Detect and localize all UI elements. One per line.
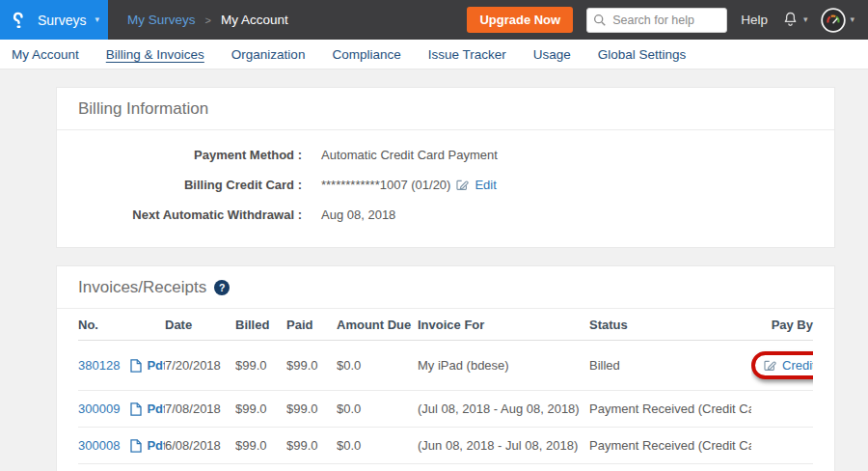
pdf-link[interactable]: Pdf (147, 358, 165, 373)
invoice-for: My iPad (bdese) (418, 341, 589, 391)
page-content: Billing Information Payment Method : Aut… (0, 69, 868, 471)
invoice-paid: $99.0 (286, 428, 337, 464)
invoice-status: Payment Received (Credit Card) (589, 428, 751, 464)
bell-icon (781, 11, 800, 29)
next-withdrawal-value: Aug 08, 2018 (321, 208, 395, 222)
table-row: 300008 Pdf 6/08/2018 $99.0 $99.0 $0.0 (J… (78, 428, 813, 464)
col-no: No. (78, 309, 165, 341)
tab-organization[interactable]: Organization (231, 47, 306, 62)
app-menu[interactable]: Surveys ▾ (0, 0, 108, 40)
col-billed: Billed (235, 309, 286, 341)
invoice-pay-by (751, 428, 813, 464)
pdf-file-icon[interactable] (130, 402, 142, 416)
invoice-date: 6/08/2018 (165, 428, 235, 464)
breadcrumb-current: My Account (221, 13, 288, 27)
invoice-number-link[interactable]: 380128 (78, 358, 120, 373)
col-invoice-for: Invoice For (418, 309, 589, 341)
table-header-row: No. Date Billed Paid Amount Due Invoice … (78, 309, 813, 341)
topbar-actions: Upgrade Now Help ▾ ▾ (467, 7, 868, 33)
breadcrumb-parent[interactable]: My Surveys (127, 13, 196, 27)
invoice-date: 7/08/2018 (165, 391, 235, 428)
invoices-receipts-card: Invoices/Receipts ? No. Date Billed Paid… (56, 265, 835, 471)
highlight-annotation: Credit Card (751, 351, 813, 379)
chevron-down-icon: ▾ (803, 15, 808, 24)
invoice-billed: $99.0 (235, 428, 286, 464)
avatar (821, 8, 846, 33)
edit-pencil-icon[interactable] (456, 179, 469, 191)
billing-credit-card-label: Billing Credit Card : (78, 178, 302, 192)
invoice-pay-by (751, 391, 813, 428)
billing-credit-card-row: Billing Credit Card : ************1007 (… (78, 178, 813, 192)
edit-credit-card-link[interactable]: Edit (475, 178, 496, 192)
search-input[interactable] (586, 8, 727, 33)
col-status: Status (589, 309, 751, 341)
col-date: Date (165, 309, 235, 341)
upgrade-now-button[interactable]: Upgrade Now (467, 7, 573, 33)
invoices-table: No. Date Billed Paid Amount Due Invoice … (78, 309, 813, 464)
questionpro-logo-icon (9, 10, 29, 30)
billing-information-header: Billing Information (57, 88, 834, 130)
tab-compliance[interactable]: Compliance (332, 47, 400, 62)
chevron-down-icon: ▾ (850, 15, 854, 24)
billing-credit-card-value: ************1007 (01/20) (321, 178, 450, 192)
tab-billing-invoices[interactable]: Billing & Invoices (106, 47, 204, 62)
search-icon (593, 14, 607, 27)
pay-by-credit-card-link[interactable]: Credit Card (782, 358, 813, 373)
invoice-date: 7/20/2018 (165, 341, 235, 391)
invoice-for: (Jun 08, 2018 - Jul 08, 2018) (418, 428, 589, 464)
col-pay-by: Pay By (751, 309, 813, 341)
col-amount-due: Amount Due (337, 309, 418, 341)
payment-method-value: Automatic Credit Card Payment (321, 148, 498, 162)
invoice-paid: $99.0 (286, 391, 337, 428)
next-withdrawal-row: Next Automatic Withdrawal : Aug 08, 2018 (78, 208, 813, 222)
account-nav: My Account Billing & Invoices Organizati… (0, 40, 868, 69)
invoice-number-link[interactable]: 300008 (78, 438, 120, 453)
invoice-status: Billed (589, 341, 751, 391)
chevron-down-icon: ▾ (95, 15, 100, 24)
invoice-amount-due: $0.0 (337, 428, 418, 464)
payment-method-label: Payment Method : (78, 148, 302, 162)
invoice-amount-due: $0.0 (337, 341, 418, 391)
tab-usage[interactable]: Usage (533, 47, 571, 62)
top-bar: Surveys ▾ My Surveys > My Account Upgrad… (0, 0, 868, 40)
notifications-menu[interactable]: ▾ (781, 11, 808, 29)
invoice-status: Payment Received (Credit Card) (589, 391, 751, 428)
tab-issue-tracker[interactable]: Issue Tracker (428, 47, 506, 62)
help-icon[interactable]: ? (214, 280, 230, 295)
billing-information-title: Billing Information (78, 99, 208, 119)
account-menu[interactable]: ▾ (821, 8, 854, 33)
pdf-link[interactable]: Pdf (147, 402, 165, 416)
breadcrumb-separator: > (205, 14, 211, 26)
col-paid: Paid (286, 309, 337, 341)
invoices-receipts-title: Invoices/Receipts (78, 278, 206, 297)
app-menu-label: Surveys (38, 13, 87, 28)
invoice-billed: $99.0 (235, 341, 286, 391)
invoice-billed: $99.0 (235, 391, 286, 428)
pdf-file-icon[interactable] (130, 359, 142, 373)
billing-information-body: Payment Method : Automatic Credit Card P… (57, 130, 834, 247)
tab-global-settings[interactable]: Global Settings (598, 47, 687, 62)
tab-my-account[interactable]: My Account (12, 47, 79, 62)
edit-pencil-icon (764, 359, 776, 372)
payment-method-row: Payment Method : Automatic Credit Card P… (78, 148, 813, 162)
invoices-receipts-header: Invoices/Receipts ? (57, 266, 834, 309)
invoice-number-link[interactable]: 300009 (78, 402, 120, 416)
billing-information-card: Billing Information Payment Method : Aut… (56, 87, 835, 248)
help-link[interactable]: Help (741, 13, 768, 27)
pdf-link[interactable]: Pdf (147, 438, 165, 453)
invoice-paid: $99.0 (286, 341, 337, 391)
help-search (586, 8, 727, 33)
next-withdrawal-label: Next Automatic Withdrawal : (78, 208, 302, 222)
table-row: 300009 Pdf 7/08/2018 $99.0 $99.0 $0.0 (J… (78, 391, 813, 428)
invoices-table-wrap: No. Date Billed Paid Amount Due Invoice … (57, 309, 834, 471)
breadcrumb: My Surveys > My Account (127, 13, 288, 27)
invoice-amount-due: $0.0 (337, 391, 418, 428)
invoice-for: (Jul 08, 2018 - Aug 08, 2018) (418, 391, 589, 428)
pdf-file-icon[interactable] (130, 439, 142, 453)
table-row: 380128 Pdf 7/20/2018 $99.0 $99.0 $0.0 My… (78, 341, 813, 391)
